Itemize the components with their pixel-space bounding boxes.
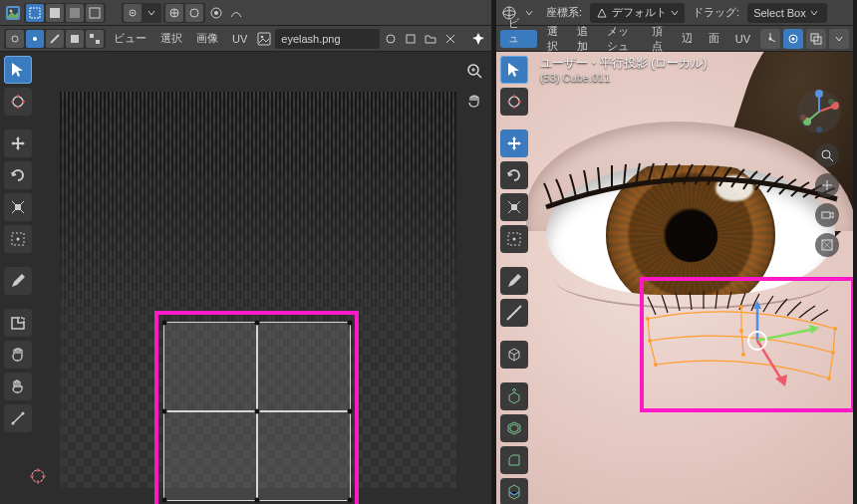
uv-menu-uv[interactable]: UV — [226, 29, 253, 49]
uv-menu-select[interactable]: 選択 — [154, 29, 188, 49]
tool-cursor[interactable] — [4, 88, 32, 116]
overlay-toggle-icon[interactable] — [783, 29, 803, 49]
mode-menu-edge[interactable]: 辺 — [676, 31, 699, 46]
3d-editor-region[interactable]: ユーザー・平行投影 (ローカル) (53) Cube.011 — [496, 52, 853, 504]
selected-mesh-wire[interactable] — [642, 283, 853, 402]
uv-vertex[interactable] — [348, 409, 353, 414]
uv-vertex[interactable] — [162, 321, 167, 326]
uv-vertex[interactable] — [162, 498, 167, 503]
orientation-dropdown[interactable]: デフォルト — [590, 3, 685, 23]
mode-menu-add[interactable]: 追加 — [571, 24, 597, 54]
chevron-down-icon[interactable] — [143, 4, 160, 22]
tool-move[interactable] — [4, 129, 32, 157]
uv-mode-uv[interactable] — [86, 4, 104, 22]
tool-inset[interactable] — [500, 414, 528, 442]
tool-select-box[interactable] — [4, 56, 32, 84]
pin-icon[interactable] — [469, 30, 487, 48]
snap-target-icon[interactable] — [185, 4, 203, 22]
face-select-icon[interactable] — [66, 30, 84, 48]
uv-vertex[interactable] — [162, 409, 167, 414]
tool-transform[interactable] — [4, 225, 32, 253]
2d-cursor[interactable] — [28, 466, 48, 486]
uv-mode-mask[interactable] — [66, 4, 84, 22]
uv-face[interactable] — [164, 411, 257, 500]
uv-vertex[interactable] — [348, 498, 353, 503]
mode-menu-uv[interactable]: UV — [729, 33, 756, 45]
shading-dropdown-icon[interactable] — [829, 29, 849, 49]
sync-select-icon[interactable] — [6, 30, 24, 48]
pan-nav-icon[interactable] — [815, 173, 839, 197]
tool-relax[interactable] — [4, 373, 32, 400]
edge-select-icon[interactable] — [46, 30, 64, 48]
unlink-image-icon[interactable] — [441, 30, 459, 48]
tool-bevel[interactable] — [500, 446, 528, 474]
tool-transform-3d[interactable] — [500, 225, 528, 253]
tool-select-box-3d[interactable] — [500, 56, 528, 84]
snap-icon[interactable] — [165, 4, 183, 22]
svg-rect-6 — [90, 8, 100, 18]
viewport-canvas[interactable]: ユーザー・平行投影 (ローカル) (53) Cube.011 — [496, 52, 853, 504]
uv-canvas[interactable] — [0, 52, 491, 504]
uv-face[interactable] — [257, 323, 350, 411]
uv-editor-region[interactable] — [0, 52, 491, 504]
mode-menu-vertex[interactable]: 頂点 — [646, 24, 672, 54]
uv-vertex[interactable] — [255, 409, 260, 414]
island-select-icon[interactable] — [86, 30, 104, 48]
tool-rip[interactable] — [4, 309, 32, 337]
uv-vertex[interactable] — [348, 321, 353, 326]
tool-cursor-3d[interactable] — [500, 88, 528, 116]
right-edge[interactable] — [853, 0, 857, 504]
vertex-select-icon[interactable] — [26, 30, 44, 48]
tool-add-cube[interactable] — [500, 341, 528, 369]
zoom-icon[interactable] — [463, 60, 485, 82]
uv-mode-view[interactable] — [26, 4, 44, 22]
new-image-icon[interactable] — [402, 30, 420, 48]
tool-loopcut[interactable] — [500, 478, 528, 504]
svg-rect-22 — [15, 204, 21, 210]
uv-vertex[interactable] — [255, 321, 260, 326]
mode-menu-view[interactable]: ビュー — [500, 30, 537, 48]
tool-rotate[interactable] — [4, 161, 32, 189]
uv-menu-view[interactable]: ビュー — [108, 29, 152, 49]
tool-grab[interactable] — [4, 341, 32, 369]
uv-face[interactable] — [257, 411, 350, 500]
uv-faces[interactable] — [164, 323, 350, 500]
drag-dropdown[interactable]: Select Box — [747, 3, 827, 23]
image-name-field[interactable]: eyelash.png — [275, 29, 380, 49]
tool-rotate-3d[interactable] — [500, 161, 528, 189]
camera-nav-icon[interactable] — [815, 203, 839, 227]
show-gizmo-icon[interactable] — [760, 29, 780, 49]
tool-annotate-3d[interactable] — [500, 267, 528, 295]
open-image-icon[interactable] — [422, 30, 439, 48]
nav-gizmo[interactable] — [795, 88, 843, 135]
tool-annotate[interactable] — [4, 267, 32, 295]
falloff-icon[interactable] — [227, 4, 245, 22]
tool-move-3d[interactable] — [500, 129, 528, 157]
mode-menu-select[interactable]: 選択 — [541, 24, 567, 54]
svg-point-51 — [816, 126, 822, 132]
editor-type-dropdown[interactable] — [4, 4, 22, 22]
tool-measure[interactable] — [500, 299, 528, 327]
uv-mode-paint[interactable] — [46, 4, 64, 22]
hand-pan-icon[interactable] — [463, 90, 485, 112]
orient-label: 座標系: — [540, 3, 588, 23]
zoom-nav-icon[interactable] — [815, 143, 839, 167]
tool-pinch[interactable] — [4, 404, 32, 432]
browse-image-icon[interactable] — [382, 30, 400, 48]
uv-face[interactable] — [164, 323, 257, 411]
svg-point-56 — [739, 305, 743, 309]
mode-menu-face[interactable]: 面 — [703, 31, 725, 46]
perspective-nav-icon[interactable] — [815, 233, 839, 257]
image-datablock-icon[interactable] — [255, 30, 273, 48]
tool-scale[interactable] — [4, 193, 32, 221]
uv-menu-image[interactable]: 画像 — [190, 29, 224, 49]
xray-toggle-icon[interactable] — [806, 29, 826, 49]
uv-vertex[interactable] — [255, 498, 260, 503]
tool-extrude[interactable] — [500, 382, 528, 410]
svg-point-32 — [769, 37, 772, 40]
tool-scale-3d[interactable] — [500, 193, 528, 221]
proportional-edit-icon[interactable] — [207, 4, 225, 22]
mode-menu-mesh[interactable]: メッシュ — [601, 24, 641, 54]
pivot-median-icon[interactable] — [124, 4, 142, 22]
3d-viewport: 座標系: デフォルト ドラッグ: Select Box ビュー 選択 追加 メッ… — [496, 0, 853, 504]
